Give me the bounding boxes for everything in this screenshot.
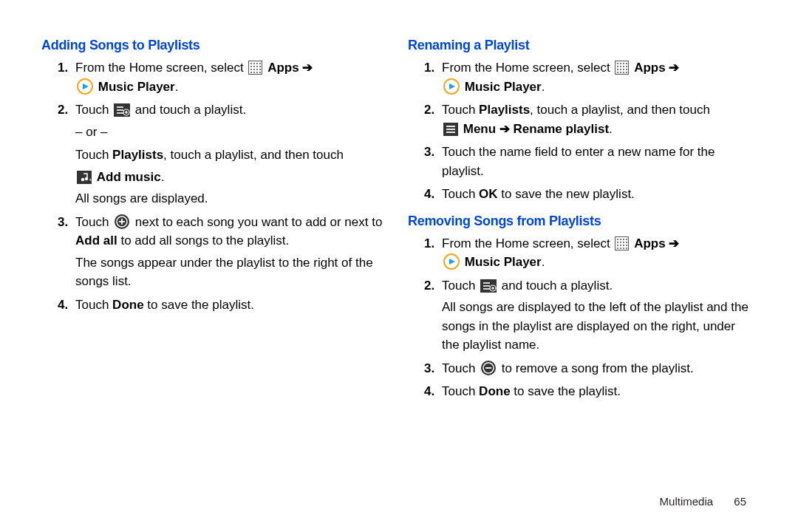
svg-rect-67 bbox=[626, 245, 627, 246]
apps-grid-icon bbox=[615, 61, 629, 75]
page-number: 65 bbox=[734, 495, 746, 508]
svg-rect-5 bbox=[250, 66, 252, 67]
left-step-1: From the Home screen, select Apps ➔ Musi… bbox=[58, 58, 387, 96]
circle-minus-icon bbox=[480, 360, 497, 376]
svg-point-26 bbox=[81, 177, 84, 180]
svg-rect-70 bbox=[623, 248, 624, 249]
svg-rect-11 bbox=[256, 69, 258, 70]
svg-rect-61 bbox=[620, 242, 621, 243]
section-title-removing: Removing Songs from Playlists bbox=[408, 211, 754, 231]
chapter-label: Multimedia bbox=[660, 495, 714, 508]
svg-rect-47 bbox=[620, 72, 621, 73]
svg-rect-36 bbox=[623, 63, 624, 64]
svg-rect-58 bbox=[623, 239, 624, 240]
svg-rect-15 bbox=[256, 72, 258, 73]
apps-grid-icon bbox=[615, 236, 629, 250]
rename-step-4: Touch OK to save the new playlist. bbox=[424, 185, 754, 204]
svg-rect-63 bbox=[626, 242, 627, 243]
svg-rect-4 bbox=[259, 63, 261, 64]
svg-rect-38 bbox=[617, 66, 618, 67]
svg-rect-65 bbox=[620, 245, 621, 246]
svg-rect-40 bbox=[623, 66, 624, 67]
remove-step-3: Touch to remove a song from the playlist… bbox=[424, 359, 754, 378]
svg-rect-49 bbox=[626, 72, 627, 73]
circle-plus-icon bbox=[114, 214, 130, 230]
svg-rect-16 bbox=[259, 72, 261, 73]
svg-rect-8 bbox=[259, 66, 261, 67]
section-title-adding: Adding Songs to Playlists bbox=[41, 35, 387, 55]
svg-rect-57 bbox=[620, 239, 621, 240]
rename-step-3: Touch the name field to enter a new name… bbox=[424, 143, 754, 180]
svg-rect-56 bbox=[617, 239, 618, 240]
music-player-icon bbox=[443, 253, 460, 270]
svg-rect-12 bbox=[259, 69, 261, 70]
left-step-4: Touch Done to save the playlist. bbox=[58, 296, 387, 315]
svg-rect-69 bbox=[620, 248, 621, 249]
music-player-icon bbox=[77, 78, 93, 95]
svg-rect-62 bbox=[623, 242, 624, 243]
svg-rect-59 bbox=[626, 239, 627, 240]
svg-rect-60 bbox=[617, 242, 618, 243]
svg-rect-45 bbox=[626, 69, 627, 70]
menu-icon bbox=[443, 123, 458, 136]
svg-rect-46 bbox=[617, 72, 618, 73]
svg-rect-7 bbox=[256, 66, 258, 67]
svg-rect-64 bbox=[617, 245, 618, 246]
svg-rect-68 bbox=[617, 248, 618, 249]
svg-rect-14 bbox=[253, 72, 255, 73]
svg-text:+: + bbox=[89, 177, 92, 183]
playlist-add-icon bbox=[480, 279, 497, 293]
playlist-add-icon bbox=[114, 103, 130, 117]
svg-rect-34 bbox=[617, 63, 618, 64]
svg-rect-41 bbox=[626, 66, 627, 67]
svg-rect-9 bbox=[250, 69, 252, 70]
music-player-icon bbox=[443, 78, 460, 95]
svg-rect-37 bbox=[626, 63, 627, 64]
add-music-icon: + bbox=[77, 171, 92, 184]
svg-rect-43 bbox=[620, 69, 621, 70]
svg-rect-6 bbox=[253, 66, 255, 67]
remove-step-1: From the Home screen, select Apps ➔ Musi… bbox=[424, 234, 754, 272]
svg-rect-44 bbox=[623, 69, 624, 70]
left-step-3: Touch next to each song you want to add … bbox=[58, 213, 387, 291]
right-column: Renaming a Playlist From the Home screen… bbox=[408, 35, 754, 505]
svg-rect-35 bbox=[620, 63, 621, 64]
remove-step-2: Touch and touch a playlist. All songs ar… bbox=[424, 276, 754, 355]
svg-rect-10 bbox=[253, 69, 255, 70]
svg-rect-3 bbox=[256, 63, 258, 64]
svg-rect-42 bbox=[617, 69, 618, 70]
left-step-2: Touch and touch a playlist. – or – Touch… bbox=[58, 100, 387, 208]
svg-rect-39 bbox=[620, 66, 621, 67]
svg-rect-48 bbox=[623, 72, 624, 73]
apps-grid-icon bbox=[248, 61, 262, 75]
svg-point-27 bbox=[85, 177, 88, 180]
page-footer: Multimedia 65 bbox=[660, 494, 746, 511]
svg-rect-1 bbox=[250, 63, 252, 64]
svg-rect-2 bbox=[253, 63, 255, 64]
rename-step-1: From the Home screen, select Apps ➔ Musi… bbox=[424, 58, 754, 96]
svg-rect-13 bbox=[250, 72, 252, 73]
left-column: Adding Songs to Playlists From the Home … bbox=[41, 35, 387, 505]
section-title-renaming: Renaming a Playlist bbox=[408, 35, 754, 55]
svg-rect-66 bbox=[623, 245, 624, 246]
rename-step-2: Touch Playlists, touch a playlist, and t… bbox=[424, 100, 754, 138]
remove-step-4: Touch Done to save the playlist. bbox=[424, 382, 754, 401]
svg-rect-71 bbox=[626, 248, 627, 249]
